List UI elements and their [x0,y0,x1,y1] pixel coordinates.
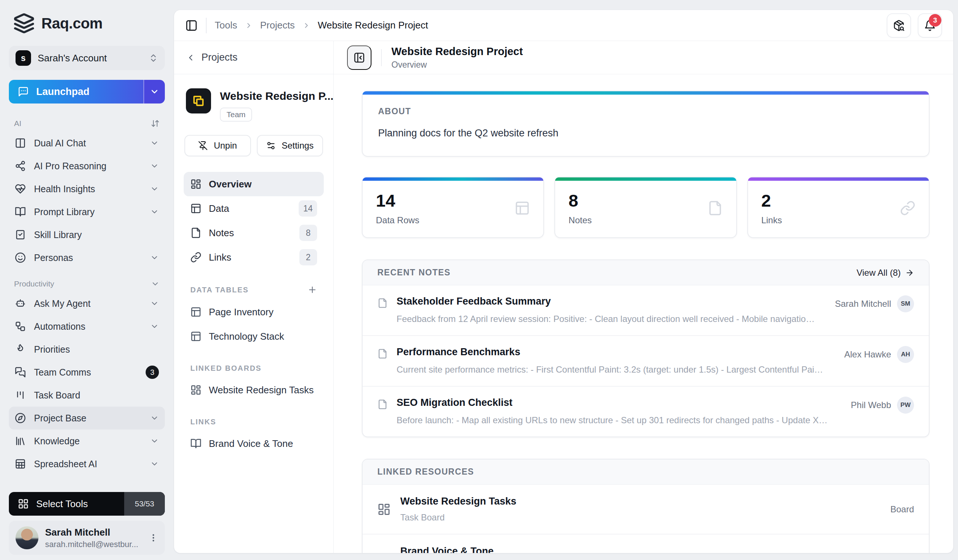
topbar-left: Tools Projects Website Redesign Project [185,18,428,33]
book-open-icon [15,206,26,217]
back-to-projects-link[interactable]: Projects [174,41,333,74]
sidebar-item-ai-pro-reasoning[interactable]: AI Pro Reasoning [9,154,165,178]
brand-logo: Raq.com [9,13,165,34]
panel-item-technology-stack[interactable]: Technology Stack [184,324,324,349]
panel-toggle-button[interactable] [185,19,198,32]
sidebar-item-skill-library[interactable]: Skill Library [9,223,165,246]
note-author: Alex Hawke [844,349,891,360]
select-tools-count: 53/53 [124,492,165,516]
sidebar-item-prompt-library[interactable]: Prompt Library [9,200,165,223]
table-icon [190,306,201,317]
breadcrumb-tools[interactable]: Tools [215,20,237,31]
links-header: LINKS [184,418,324,426]
sort-arrows-icon[interactable] [151,119,160,128]
section-label: LINKS [190,418,216,426]
unpin-button[interactable]: Unpin [184,135,251,156]
chevron-left-icon [186,53,195,62]
note-row-performance-benchmarks[interactable]: Performance Benchmarks Current site perf… [363,336,929,387]
sidebar-item-spreadsheet-ai[interactable]: Spreadsheet AI [9,452,165,475]
notes-count-badge: 8 [300,225,317,241]
panel-item-page-inventory[interactable]: Page Inventory [184,300,324,324]
sidebar-item-ask-my-agent[interactable]: Ask My Agent [9,292,165,315]
user-info: Sarah Mitchell sarah.mitchell@westbur... [45,527,142,549]
team-badge: Team [220,108,252,122]
dashboard-icon [190,179,201,190]
stat-card-data-rows: 14 Data Rows [362,177,544,238]
sidebar-item-dual-ai-chat[interactable]: Dual AI Chat [9,132,165,154]
sidebar-item-priorities[interactable]: Priorities [9,338,165,361]
recent-notes-title: RECENT NOTES [377,268,450,278]
note-author: Sarah Mitchell [835,299,891,309]
launchpad-main[interactable]: Launchpad [9,80,143,103]
book-open-icon [377,553,391,553]
sidebar-item-automations[interactable]: Automations [9,315,165,338]
grid-icon [18,498,29,509]
panel-nav-data[interactable]: Data 14 [184,196,324,221]
about-label: ABOUT [378,106,913,116]
panel-item-brand-voice-tone[interactable]: Brand Voice & Tone [184,432,324,456]
select-tools-button[interactable]: Select Tools 53/53 [9,492,165,516]
sidebar-item-knowledge[interactable]: Knowledge [9,430,165,452]
table-icon [190,331,201,342]
item-label: Personas [34,252,73,263]
pin-off-icon [198,141,208,151]
view-all-notes-link[interactable]: View All (8) [856,268,914,278]
settings-button[interactable]: Settings [257,135,324,156]
stat-gradient-bar [748,178,929,181]
item-label: Brand Voice & Tone [209,438,293,449]
section-label: LINKED BOARDS [190,364,262,373]
sidebar-item-project-base[interactable]: Project Base [9,407,165,430]
note-row-seo-migration[interactable]: SEO Migration Checklist Before launch: -… [363,387,929,436]
account-switcher[interactable]: s Sarah's Account [9,46,165,70]
user-name: Sarah Mitchell [45,527,142,538]
view-all-label: View All (8) [856,268,901,278]
about-gradient-bar [363,91,929,95]
nav-label: Data [209,203,229,214]
more-vertical-icon[interactable] [149,533,158,543]
nav-label: Overview [209,179,252,190]
note-row-stakeholder-feedback[interactable]: Stakeholder Feedback Summary Feedback fr… [363,286,929,336]
launchpad-button[interactable]: Launchpad [9,80,165,103]
sidebar-item-team-comms[interactable]: Team Comms 3 [9,361,165,384]
library-icon [15,435,26,447]
notifications-button[interactable]: 3 [918,13,942,38]
chevron-down-icon [150,184,159,194]
collapse-panel-button[interactable] [347,46,371,70]
project-panel: Projects Website Redesign P... Team [174,41,334,553]
table-icon [190,203,201,214]
chevron-right-icon [302,21,311,30]
about-body: ABOUT Planning docs for the Q2 website r… [363,95,929,156]
package-search-button[interactable] [887,13,911,38]
note-snippet: Before launch: - Map all existing URLs t… [397,415,831,425]
item-label: Dual AI Chat [34,138,86,149]
sidebar-item-task-board[interactable]: Task Board [9,384,165,407]
sidebar-item-personas[interactable]: Personas [9,246,165,269]
note-title: Performance Benchmarks [397,346,824,358]
layers-logo-icon [13,13,35,34]
project-actions: Unpin Settings [184,135,324,156]
breadcrumb: Tools Projects Website Redesign Project [215,20,428,31]
chevron-down-icon [150,162,159,170]
chevron-down-icon [150,299,159,308]
sidebar-section-productivity[interactable]: Productivity [9,279,165,288]
user-profile-card[interactable]: Sarah Mitchell sarah.mitchell@westbur... [9,521,165,555]
panel-nav-links[interactable]: Links 2 [184,245,324,270]
section-label-productivity: Productivity [14,279,54,288]
panel-nav-notes[interactable]: Notes 8 [184,221,324,245]
table-icon [514,200,530,216]
sidebar-item-health-insights[interactable]: Health Insights [9,178,165,200]
resource-row-brand-voice-tone[interactable]: Brand Voice & Tone Knowledge Article Art… [363,535,929,553]
resource-row-website-redesign-tasks[interactable]: Website Redesign Tasks Task Board Board [363,485,929,535]
item-label: Page Inventory [209,306,273,318]
plus-icon[interactable] [308,285,317,295]
settings-label: Settings [282,140,314,151]
chevron-down-icon [150,87,159,97]
panel-nav-overview[interactable]: Overview [184,172,324,196]
panel-item-website-redesign-tasks[interactable]: Website Redesign Tasks [184,378,324,402]
launchpad-dropdown-button[interactable] [143,80,165,103]
item-label: Project Base [34,413,87,424]
main-window: Tools Projects Website Redesign Project … [174,10,953,553]
avatar-initials: AH [897,346,914,363]
breadcrumb-projects[interactable]: Projects [260,20,295,31]
file-icon [707,200,723,216]
